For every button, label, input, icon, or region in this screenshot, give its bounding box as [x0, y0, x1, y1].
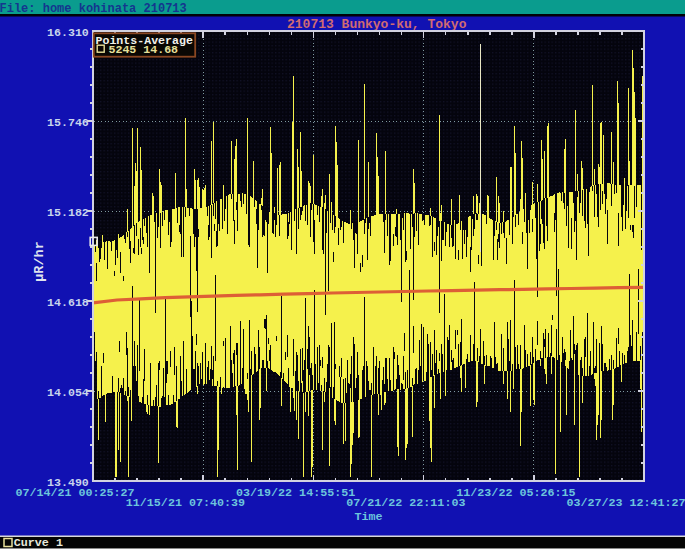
svg-text:15.746: 15.746 — [47, 116, 89, 129]
svg-text:03/19/22 14:55:51: 03/19/22 14:55:51 — [236, 486, 355, 500]
svg-text:210713 Bunkyo-ku, Tokyo: 210713 Bunkyo-ku, Tokyo — [287, 17, 467, 32]
svg-text:Curve 1: Curve 1 — [14, 536, 63, 549]
svg-text:03/27/23 12:41:27: 03/27/23 12:41:27 — [566, 496, 685, 510]
svg-text:Time: Time — [355, 510, 383, 524]
svg-text:14.618: 14.618 — [47, 296, 89, 309]
svg-text:11/15/21 07:40:39: 11/15/21 07:40:39 — [126, 496, 245, 510]
svg-text:15.182: 15.182 — [47, 206, 89, 219]
svg-text:µR/hr: µR/hr — [32, 241, 47, 282]
svg-text:07/21/22 22:11:03: 07/21/22 22:11:03 — [346, 496, 465, 510]
svg-text:07/14/21 00:25:27: 07/14/21 00:25:27 — [15, 486, 134, 500]
svg-text:11/23/22 05:26:15: 11/23/22 05:26:15 — [456, 486, 575, 500]
svg-text:5245 14.68: 5245 14.68 — [109, 43, 179, 56]
svg-text:14.054: 14.054 — [47, 386, 89, 399]
svg-text:16.310: 16.310 — [47, 26, 89, 39]
svg-text:File: home kohinata 210713: File: home kohinata 210713 — [0, 2, 187, 16]
